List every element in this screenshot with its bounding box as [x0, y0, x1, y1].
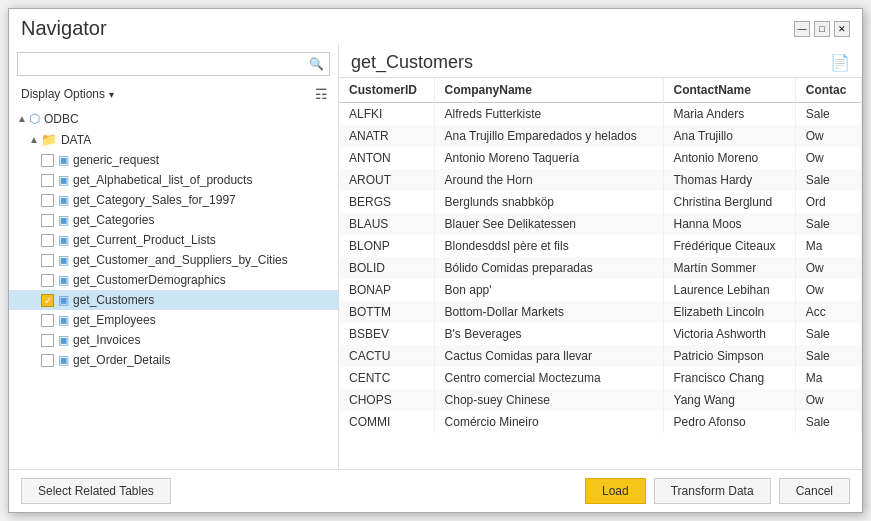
table-icon: ▣ [58, 333, 69, 347]
transform-data-button[interactable]: Transform Data [654, 478, 771, 504]
table-cell: BOLID [339, 257, 434, 279]
left-panel: 🔍 Display Options ▾ ☶ ▲ ⬡ ODBC ▲ [9, 44, 339, 469]
table-icon: ▣ [58, 273, 69, 287]
tree-item-invoices[interactable]: ▣ get_Invoices [9, 330, 338, 350]
table-cell: Ow [795, 389, 861, 411]
data-table: CustomerID CompanyName ContactName Conta… [339, 78, 862, 433]
table-header-row: CustomerID CompanyName ContactName Conta… [339, 78, 862, 103]
tree-item-employees[interactable]: ▣ get_Employees [9, 310, 338, 330]
table-row: COMMIComércio MineiroPedro AfonsoSale [339, 411, 862, 433]
table-cell: BSBEV [339, 323, 434, 345]
table-cell: Bólido Comidas preparadas [434, 257, 663, 279]
table-cell: BERGS [339, 191, 434, 213]
display-options-label: Display Options [21, 87, 105, 101]
tree-item-odbc[interactable]: ▲ ⬡ ODBC [9, 108, 338, 129]
table-cell: CENTC [339, 367, 434, 389]
tree-item-categories[interactable]: ▣ get_Categories [9, 210, 338, 230]
tree-item-label: get_Customers [73, 293, 154, 307]
title-bar-left: Navigator [21, 17, 107, 40]
minimize-button[interactable]: — [794, 21, 810, 37]
table-row: CENTCCentro comercial MoctezumaFrancisco… [339, 367, 862, 389]
table-cell: Ma [795, 235, 861, 257]
table-cell: Blauer See Delikatessen [434, 213, 663, 235]
table-row: BOTTMBottom-Dollar MarketsElizabeth Linc… [339, 301, 862, 323]
table-cell: Centro comercial Moctezuma [434, 367, 663, 389]
title-bar: Navigator — □ ✕ [9, 9, 862, 44]
col-header-customerid: CustomerID [339, 78, 434, 103]
table-row: ANATRAna Trujillo Emparedados y heladosA… [339, 125, 862, 147]
checkbox-alphabetical[interactable] [41, 174, 54, 187]
dialog-title: Navigator [21, 17, 107, 40]
table-cell: ALFKI [339, 103, 434, 126]
table-row: CHOPSChop-suey ChineseYang WangOw [339, 389, 862, 411]
table-cell: Laurence Lebihan [663, 279, 795, 301]
data-table-container[interactable]: CustomerID CompanyName ContactName Conta… [339, 77, 862, 469]
table-cell: Acc [795, 301, 861, 323]
table-cell: Cactus Comidas para llevar [434, 345, 663, 367]
checkbox-category-sales[interactable] [41, 194, 54, 207]
checkbox-employees[interactable] [41, 314, 54, 327]
preview-title: get_Customers [351, 52, 473, 73]
tree-item-data[interactable]: ▲ 📁 DATA [9, 129, 338, 150]
tree-item-generic-request[interactable]: ▣ generic_request [9, 150, 338, 170]
checkbox-current-product[interactable] [41, 234, 54, 247]
tree-item-label: get_Category_Sales_for_1997 [73, 193, 236, 207]
tree-item-customers[interactable]: ✓ ▣ get_Customers [9, 290, 338, 310]
load-button[interactable]: Load [585, 478, 646, 504]
table-icon: ▣ [58, 173, 69, 187]
table-cell: Ma [795, 367, 861, 389]
checkbox-customer-demo[interactable] [41, 274, 54, 287]
tree-item-order-details[interactable]: ▣ get_Order_Details [9, 350, 338, 370]
table-cell: Ow [795, 125, 861, 147]
table-cell: Ana Trujillo Emparedados y helados [434, 125, 663, 147]
search-input[interactable] [17, 52, 330, 76]
table-row: BOLIDBólido Comidas preparadasMartín Som… [339, 257, 862, 279]
table-cell: Ord [795, 191, 861, 213]
expand-icon: ▲ [17, 113, 27, 124]
tree-item-customer-demo[interactable]: ▣ get_CustomerDemographics [9, 270, 338, 290]
table-cell: CACTU [339, 345, 434, 367]
table-row: ALFKIAlfreds FutterkisteMaria AndersSale [339, 103, 862, 126]
table-body: ALFKIAlfreds FutterkisteMaria AndersSale… [339, 103, 862, 434]
table-cell: Berglunds snabbköp [434, 191, 663, 213]
table-icon: ▣ [58, 213, 69, 227]
checkbox-customer-suppliers[interactable] [41, 254, 54, 267]
tree-item-category-sales[interactable]: ▣ get_Category_Sales_for_1997 [9, 190, 338, 210]
table-cell: Pedro Afonso [663, 411, 795, 433]
table-cell: Ana Trujillo [663, 125, 795, 147]
preview-export-button[interactable]: 📄 [830, 53, 850, 72]
checkbox-order-details[interactable] [41, 354, 54, 367]
table-cell: Yang Wang [663, 389, 795, 411]
table-cell: Elizabeth Lincoln [663, 301, 795, 323]
checkbox-generic-request[interactable] [41, 154, 54, 167]
checkbox-categories[interactable] [41, 214, 54, 227]
table-icon: ▣ [58, 293, 69, 307]
select-related-tables-button[interactable]: Select Related Tables [21, 478, 171, 504]
tree-item-current-product[interactable]: ▣ get_Current_Product_Lists [9, 230, 338, 250]
nav-icon-button[interactable]: ☶ [313, 84, 330, 104]
maximize-button[interactable]: □ [814, 21, 830, 37]
table-cell: Comércio Mineiro [434, 411, 663, 433]
display-options-button[interactable]: Display Options ▾ [17, 85, 118, 103]
tree-item-customer-suppliers[interactable]: ▣ get_Customer_and_Suppliers_by_Cities [9, 250, 338, 270]
table-cell: BLONP [339, 235, 434, 257]
table-cell: Chop-suey Chinese [434, 389, 663, 411]
checkbox-invoices[interactable] [41, 334, 54, 347]
tree-item-alphabetical[interactable]: ▣ get_Alphabetical_list_of_products [9, 170, 338, 190]
tree-area[interactable]: ▲ ⬡ ODBC ▲ 📁 DATA ▣ generic_request [9, 108, 338, 469]
table-cell: Sale [795, 345, 861, 367]
table-cell: Martín Sommer [663, 257, 795, 279]
table-row: ANTONAntonio Moreno TaqueríaAntonio More… [339, 147, 862, 169]
checkbox-customers[interactable]: ✓ [41, 294, 54, 307]
dialog-body: 🔍 Display Options ▾ ☶ ▲ ⬡ ODBC ▲ [9, 44, 862, 469]
col-header-contact: Contac [795, 78, 861, 103]
close-button[interactable]: ✕ [834, 21, 850, 37]
expand-icon: ▲ [29, 134, 39, 145]
chevron-down-icon: ▾ [109, 89, 114, 100]
table-cell: Christina Berglund [663, 191, 795, 213]
window-controls: — □ ✕ [794, 21, 850, 37]
table-row: BONAPBon app'Laurence LebihanOw [339, 279, 862, 301]
table-icon: ▣ [58, 233, 69, 247]
table-cell: Sale [795, 103, 861, 126]
cancel-button[interactable]: Cancel [779, 478, 850, 504]
